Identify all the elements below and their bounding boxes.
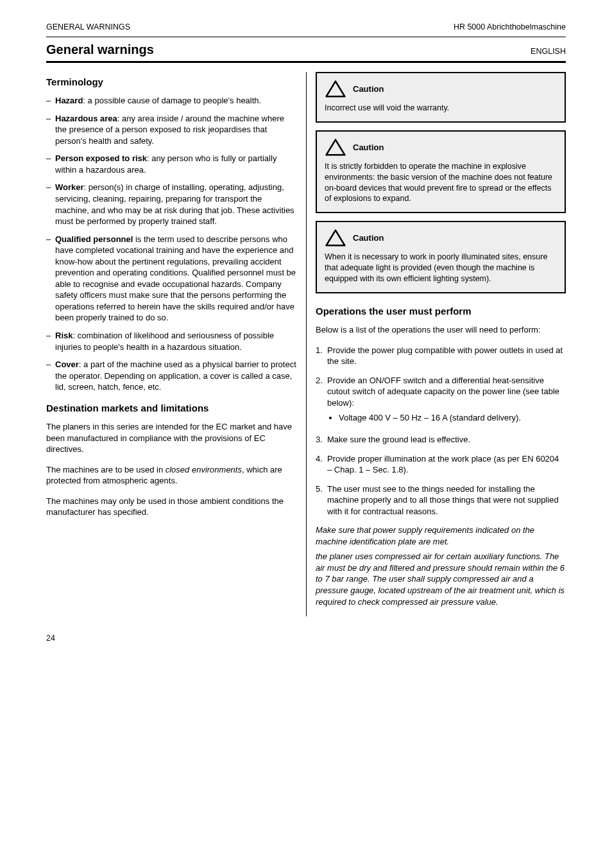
term-desc: : person(s) in charge of installing, ope… bbox=[55, 182, 294, 226]
header-bar: GENERAL WARNINGS HR 5000 Abrichthobelmas… bbox=[46, 22, 566, 35]
caution-box-2: Caution It is strictly forbidden to oper… bbox=[316, 130, 566, 214]
operations-list: 1.Provide the power plug compatible with… bbox=[316, 345, 566, 517]
terminology-list: Hazard: a possible cause of damage to pe… bbox=[46, 95, 297, 393]
voltage-spec: Voltage 400 V – 50 Hz – 16 A (standard d… bbox=[339, 412, 566, 424]
caution-body: It is strictly forbidden to operate the … bbox=[325, 161, 557, 205]
left-column: Terminology Hazard: a possible cause of … bbox=[46, 72, 306, 616]
caution-box-3: Caution When it is necessary to work in … bbox=[316, 221, 566, 293]
caution-label: Caution bbox=[353, 142, 384, 153]
term-name: Hazard bbox=[55, 96, 83, 105]
term-item: Worker: person(s) in charge of installin… bbox=[46, 182, 297, 227]
caution-label: Caution bbox=[353, 83, 384, 95]
subhead-terminology: Terminology bbox=[46, 76, 297, 89]
markets-para-1: The planers in this series are intended … bbox=[46, 421, 297, 455]
markets-para-2: The machines are to be used in closed en… bbox=[46, 464, 297, 487]
note-power: Make sure that power supply requirements… bbox=[316, 525, 566, 547]
markets-para-3: The machines may only be used in those a… bbox=[46, 496, 297, 518]
note-air: the planer uses compressed air for certa… bbox=[316, 551, 566, 607]
step-item: 2. Provide an ON/OFF switch and a differ… bbox=[316, 375, 566, 426]
term-name: Qualified personnel bbox=[55, 234, 135, 244]
subhead-operations: Operations the user must perform bbox=[316, 305, 566, 318]
term-desc: : a part of the machine used as a physic… bbox=[55, 360, 296, 392]
term-item: Cover: a part of the machine used as a p… bbox=[46, 359, 297, 393]
caution-triangle-icon bbox=[325, 138, 346, 157]
caution-body: When it is necessary to work in poorly i… bbox=[325, 252, 557, 284]
term-name: Risk bbox=[55, 331, 72, 340]
step-item: 4.Provide proper illumination at the wor… bbox=[316, 453, 566, 476]
term-item: Hazard: a possible cause of damage to pe… bbox=[46, 95, 297, 107]
step-item: 3.Make sure the ground lead is effective… bbox=[316, 434, 566, 446]
operations-intro: Below is a list of the operations the us… bbox=[316, 324, 566, 336]
caution-label: Caution bbox=[353, 232, 384, 244]
rule-thick bbox=[46, 61, 566, 63]
closed-env-em: closed environments bbox=[166, 465, 242, 474]
header-right: HR 5000 Abrichthobelmaschine bbox=[454, 22, 566, 33]
step-item: 5.The user must see to the things needed… bbox=[316, 483, 566, 517]
term-item: Qualified personnel is the term used to … bbox=[46, 234, 297, 324]
term-desc: : a possible cause of damage to people's… bbox=[83, 96, 261, 105]
term-name: Cover bbox=[55, 360, 79, 369]
step-item: 1.Provide the power plug compatible with… bbox=[316, 345, 566, 367]
right-column: Caution Incorrect use will void the warr… bbox=[306, 72, 566, 616]
term-desc: : combination of likelihood and seriousn… bbox=[55, 331, 274, 352]
step-sublist: Voltage 400 V – 50 Hz – 16 A (standard d… bbox=[327, 412, 566, 424]
caution-body: Incorrect use will void the warranty. bbox=[325, 103, 557, 114]
caution-triangle-icon bbox=[325, 229, 346, 248]
section-title: General warnings bbox=[46, 41, 154, 58]
term-name: Worker bbox=[55, 182, 84, 192]
caution-box-1: Caution Incorrect use will void the warr… bbox=[316, 72, 566, 123]
term-name: Hazardous area bbox=[55, 114, 117, 123]
header-left: GENERAL WARNINGS bbox=[46, 22, 130, 33]
term-item: Risk: combination of likelihood and seri… bbox=[46, 330, 297, 352]
title-row: General warnings ENGLISH bbox=[46, 37, 566, 61]
term-item: Person exposed to risk: any person who i… bbox=[46, 153, 297, 175]
columns: Terminology Hazard: a possible cause of … bbox=[46, 72, 566, 616]
page-number: 24 bbox=[46, 633, 566, 644]
language-label: ENGLISH bbox=[531, 46, 566, 57]
subhead-markets: Destination markets and limitations bbox=[46, 402, 297, 415]
caution-triangle-icon bbox=[325, 80, 346, 99]
term-name: Person exposed to risk bbox=[55, 153, 147, 163]
term-item: Hazardous area: any area inside / around… bbox=[46, 113, 297, 147]
term-desc: is the term used to describe persons who… bbox=[55, 234, 296, 323]
